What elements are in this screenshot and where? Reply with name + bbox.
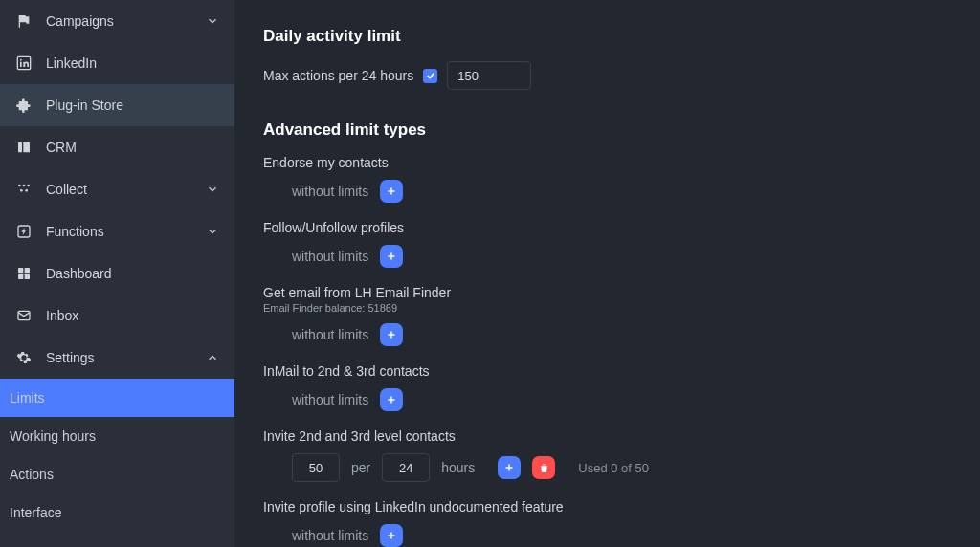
- sidebar-subitem-actions[interactable]: Actions: [0, 455, 234, 493]
- layout-icon: [15, 139, 33, 156]
- sidebar-sub-label: Working hours: [10, 428, 96, 444]
- svg-rect-14: [25, 274, 30, 279]
- sidebar-item-dashboard[interactable]: Dashboard: [0, 252, 234, 295]
- limit-title: Invite profile using LinkedIn undocument…: [263, 499, 980, 514]
- add-limit-button[interactable]: [380, 180, 403, 203]
- sidebar-subitem-working-hours[interactable]: Working hours: [0, 417, 234, 455]
- daily-activity-input[interactable]: [447, 61, 531, 90]
- chevron-down-icon: [206, 225, 219, 238]
- limit-block-inmail: InMail to 2nd & 3rd contacts without lim…: [263, 363, 980, 411]
- sidebar-item-campaigns[interactable]: Campaigns: [0, 0, 234, 42]
- sidebar-label: LinkedIn: [46, 55, 97, 71]
- limit-row: without limits: [292, 524, 980, 547]
- limit-block-invite-2nd-3rd: Invite 2nd and 3rd level contacts per ho…: [263, 428, 980, 482]
- limit-block-invite-undocumented: Invite profile using LinkedIn undocument…: [263, 499, 980, 547]
- sidebar-item-functions[interactable]: Functions: [0, 210, 234, 252]
- sidebar-subitem-interface[interactable]: Interface: [0, 493, 234, 532]
- sidebar-label: Collect: [46, 182, 87, 197]
- chevron-down-icon: [206, 183, 219, 196]
- chevron-down-icon: [206, 14, 219, 28]
- limit-title: Invite 2nd and 3rd level contacts: [263, 428, 980, 444]
- svg-rect-1: [20, 62, 22, 67]
- limit-row: without limits: [292, 388, 980, 411]
- sidebar-label: Settings: [46, 350, 95, 365]
- add-limit-button[interactable]: [380, 323, 403, 346]
- svg-point-9: [25, 189, 28, 192]
- puzzle-icon: [15, 97, 33, 114]
- sidebar-item-crm[interactable]: CRM: [0, 126, 234, 168]
- sidebar-label: Functions: [46, 224, 104, 239]
- svg-point-7: [27, 185, 30, 187]
- bolt-icon: [15, 223, 33, 240]
- svg-rect-12: [25, 268, 30, 273]
- daily-activity-label: Max actions per 24 hours: [263, 68, 413, 83]
- sidebar-label: Dashboard: [46, 266, 112, 281]
- limit-title: Follow/Unfollow profiles: [263, 220, 980, 235]
- daily-activity-title: Daily activity limit: [263, 27, 980, 46]
- add-limit-button[interactable]: [380, 524, 403, 547]
- daily-activity-row: Max actions per 24 hours: [263, 61, 980, 90]
- advanced-limits-title: Advanced limit types: [263, 120, 980, 140]
- add-limit-button[interactable]: [498, 456, 521, 479]
- grid-icon: [15, 265, 33, 282]
- sidebar-item-linkedin[interactable]: LinkedIn: [0, 42, 234, 84]
- sidebar-sub-label: Actions: [10, 467, 54, 482]
- svg-point-2: [20, 59, 22, 61]
- used-text: Used 0 of 50: [578, 461, 649, 475]
- svg-rect-4: [23, 142, 30, 153]
- sidebar-item-collect[interactable]: Collect: [0, 168, 234, 210]
- sidebar-label: CRM: [46, 140, 77, 155]
- sidebar-item-inbox[interactable]: Inbox: [0, 295, 234, 337]
- svg-rect-11: [18, 268, 23, 273]
- nodes-icon: [15, 181, 33, 198]
- limit-block-email-finder: Get email from LH Email Finder Email Fin…: [263, 285, 980, 346]
- limit-row: without limits: [292, 180, 980, 203]
- svg-rect-13: [18, 274, 23, 279]
- without-limits-text: without limits: [292, 249, 368, 264]
- sidebar-label: Campaigns: [46, 13, 114, 29]
- linkedin-icon: [15, 55, 33, 72]
- sidebar-subitem-limits[interactable]: Limits: [0, 379, 234, 417]
- svg-point-6: [23, 185, 26, 187]
- chevron-up-icon: [206, 351, 219, 364]
- sidebar-label: Plug-in Store: [46, 98, 123, 113]
- limit-row: per hours Used 0 of 50: [292, 453, 980, 482]
- sidebar-label: Inbox: [46, 308, 78, 323]
- without-limits-text: without limits: [292, 327, 368, 342]
- without-limits-text: without limits: [292, 184, 368, 199]
- limit-block-endorse: Endorse my contacts without limits: [263, 155, 980, 203]
- limit-block-follow: Follow/Unfollow profiles without limits: [263, 220, 980, 268]
- svg-point-8: [20, 189, 23, 192]
- svg-rect-3: [18, 142, 22, 153]
- add-limit-button[interactable]: [380, 388, 403, 411]
- sidebar-sub-label: Limits: [10, 390, 45, 405]
- limit-interval-input[interactable]: [382, 453, 430, 482]
- sidebar-item-plugin-store[interactable]: Plug-in Store: [0, 84, 234, 126]
- gear-icon: [15, 349, 33, 366]
- without-limits-text: without limits: [292, 528, 368, 543]
- sidebar-item-settings[interactable]: Settings: [0, 337, 234, 379]
- mail-icon: [15, 307, 33, 324]
- limit-row: without limits: [292, 323, 980, 346]
- daily-activity-checkbox[interactable]: [423, 69, 437, 83]
- without-limits-text: without limits: [292, 392, 368, 407]
- svg-point-5: [18, 185, 21, 187]
- limit-title: InMail to 2nd & 3rd contacts: [263, 363, 980, 379]
- limit-title: Endorse my contacts: [263, 155, 980, 170]
- hours-text: hours: [441, 460, 475, 475]
- main-panel: Daily activity limit Max actions per 24 …: [234, 0, 980, 547]
- flag-icon: [15, 12, 33, 30]
- limit-row: without limits: [292, 245, 980, 268]
- per-text: per: [351, 460, 370, 475]
- add-limit-button[interactable]: [380, 245, 403, 268]
- sidebar-sub-label: Interface: [10, 505, 61, 520]
- limit-title: Get email from LH Email Finder: [263, 285, 980, 300]
- sidebar: Campaigns LinkedIn Plug-in Store CRM Col…: [0, 0, 234, 547]
- limit-qty-input[interactable]: [292, 453, 340, 482]
- delete-limit-button[interactable]: [532, 456, 555, 479]
- limit-subtitle: Email Finder balance: 51869: [263, 302, 980, 314]
